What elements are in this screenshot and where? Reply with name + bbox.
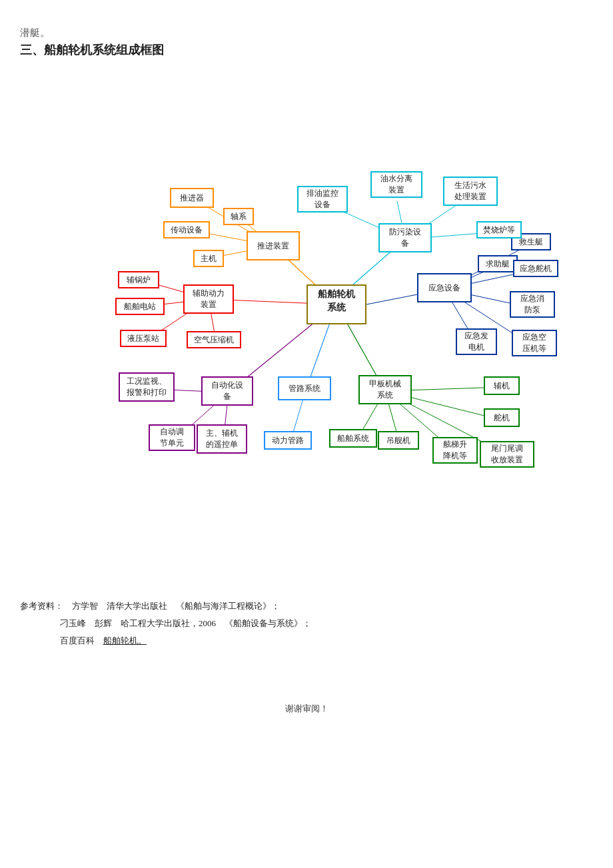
- node-qiujiting: 求助艇: [478, 255, 518, 272]
- node-yingji: 应急设备: [417, 273, 472, 302]
- ref-link[interactable]: 船舶轮机。: [103, 636, 147, 646]
- node-gongkuang: 工况监视、 报警和打印: [119, 372, 175, 402]
- node-jiaban: 甲板机械 系统: [358, 375, 412, 404]
- ref-line-2: 刁玉峰 彭辉 哈工程大学出版社，2006 《船舶设备与系统》；: [60, 618, 311, 628]
- node-diaojinji: 吊舰机: [378, 431, 419, 450]
- node-fanwuran: 防污染设 备: [378, 223, 432, 252]
- node-dongli: 动力管路: [264, 431, 312, 450]
- node-yeyabeng: 液压泵站: [120, 330, 167, 347]
- references: 参考资料： 方学智 清华大学出版社 《船舶与海洋工程概论》； 刁玉峰 彭辉 哈工…: [20, 598, 593, 650]
- node-zidiaojie: 自动调 节单元: [149, 424, 195, 451]
- node-dianzhan: 船舶电站: [115, 298, 165, 315]
- ref-title: 参考资料：: [20, 598, 63, 615]
- section-title: 三、船舶轮机系统组成框图: [20, 42, 593, 58]
- node-shenghuo: 生活污水 处理装置: [443, 177, 498, 206]
- node-yingjixiao: 应急消 防泵: [510, 291, 555, 318]
- subtitle: 潜艇。: [20, 27, 593, 39]
- node-fuzhu: 辅助动力 装置: [183, 284, 234, 314]
- node-paiyoujiance: 排油监控 设备: [297, 186, 348, 213]
- node-tuoji: 舵机: [484, 408, 520, 427]
- node-yingjikongyaji: 应急空 压机等: [512, 330, 557, 356]
- node-weimenjiao: 尾门尾调 收放装置: [480, 441, 534, 468]
- node-zidonghua: 自动化设 备: [201, 376, 253, 406]
- center-node: 船舶轮机 系统: [306, 284, 366, 324]
- ref-line-1: 方学智 清华大学出版社 《船舶与海洋工程概论》；: [72, 601, 280, 611]
- node-yaokondan: 主、辅机 的遥控单: [197, 424, 247, 454]
- node-fuguo: 辅锅炉: [118, 271, 159, 288]
- node-zhuji: 主机: [193, 250, 224, 267]
- node-fenrao: 焚烧炉等: [476, 221, 522, 238]
- thanks: 谢谢审阅！: [20, 703, 593, 715]
- diagram: 船舶轮机 系统 推进装置 推进器 轴系 传动设备 主机 辅助动力 装置 辅锅炉: [53, 71, 560, 578]
- node-youshui: 油水分离 装置: [370, 171, 422, 198]
- node-tuijinqi: 推进器: [170, 188, 214, 208]
- node-chuandong: 传动设备: [163, 221, 210, 238]
- node-yingjituo: 应急舵机: [513, 260, 558, 277]
- node-zhouxi: 轴系: [223, 208, 254, 225]
- ref-line-3: 百度百科 船舶轮机。: [60, 636, 147, 646]
- node-chuanbo: 船舶系统: [329, 429, 377, 448]
- node-yingjifadian: 应急发 电机: [456, 328, 497, 355]
- node-fuzaji: 辅机: [484, 376, 520, 395]
- node-maojiang: 舷梯升 降机等: [432, 437, 478, 464]
- node-tuijin: 推进装置: [247, 231, 300, 260]
- node-kongqi: 空气压缩机: [187, 331, 241, 348]
- node-guanlu: 管路系统: [278, 376, 331, 400]
- connection-lines: [53, 71, 560, 578]
